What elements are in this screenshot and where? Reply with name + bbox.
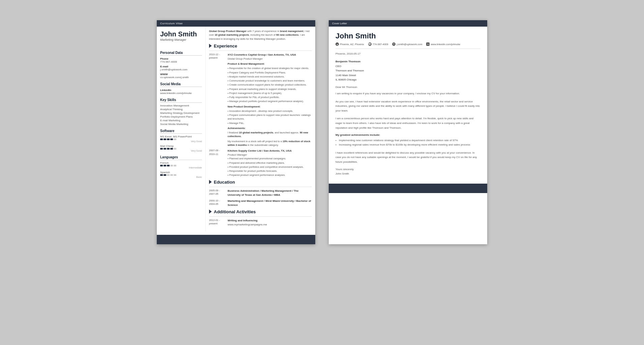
skill-item: Analytical Thinking — [160, 108, 202, 111]
act1-date: 2012-01 -present — [209, 219, 228, 227]
list-item: Provided product portfolios and competit… — [228, 165, 312, 169]
cv-document: Curriculum Vitae John Smith Marketing Ma… — [157, 20, 315, 244]
education-arrow-icon — [209, 180, 212, 184]
skills-list: Innovation ManagementAnalytical Thinking… — [160, 104, 202, 126]
recipient-name: Benjamin Thomson — [335, 60, 360, 63]
language-item: SpanishBasic — [160, 171, 202, 178]
email-value: j.smith@uptowork.com — [160, 68, 202, 71]
lang-dot-empty — [167, 174, 170, 176]
lang-dot-empty — [174, 174, 176, 176]
exp1-role: Global Group Product Manager — [228, 57, 312, 61]
cover-body: John Smith ● Phoenix, AZ, Phoenix ☎ 774-… — [329, 27, 487, 180]
act1-url: www.mymarketingcampaigns.me — [228, 223, 312, 227]
software-title: Software — [160, 129, 202, 134]
rating-label: Very Good — [160, 140, 202, 143]
exp1-company: XYZ Cosmetics Capital Group / San Antoni… — [228, 53, 312, 57]
lang-dot-filled — [160, 174, 163, 176]
contact-location-text: Phoenix, AZ, Phoenix — [340, 43, 364, 46]
edu2-degree: Marketing and Management / West Miami Un… — [228, 199, 312, 207]
phone-label: Phone — [160, 57, 202, 60]
list-item: Manage P&L. — [228, 121, 312, 125]
education-divider — [209, 187, 312, 187]
social-media-title: Social Media — [160, 82, 202, 87]
lang-dot-filled — [164, 165, 166, 166]
skill-item: Marketing Strategy Development — [160, 112, 202, 115]
exp2-content: Kitchen Supply Center Ltd / San Antonio,… — [228, 149, 312, 178]
software-name: MS Excel, MS PowerPoint — [160, 135, 202, 138]
experience-entry-1: 2010-12 -present XYZ Cosmetics Capital G… — [209, 53, 312, 147]
exp2-date: 2007-09 -2010-11 — [209, 149, 228, 178]
rating-dot-filled — [164, 148, 166, 150]
exp2-role: Product Manager — [228, 153, 312, 157]
contact-linkedin: in www.linkedin.com/johnutw — [426, 42, 460, 46]
lang-dot-filled — [167, 165, 170, 166]
rating-dot-filled — [167, 138, 170, 140]
languages-list: FrenchIntermediateSpanishBasic — [160, 161, 202, 178]
cover-paragraph-2: As you can see, I have had extensive vac… — [335, 99, 480, 113]
email-label: E-mail — [160, 65, 202, 68]
cover-contact-bar: ● Phoenix, AZ, Phoenix ☎ 774-987-4009 ✉ … — [335, 42, 480, 49]
recipient-address: 1140 Main Street — [335, 74, 356, 77]
skill-item: Innovation Management — [160, 104, 202, 107]
key-skills-title: Key Skills — [160, 98, 202, 103]
list-item: Planned and implemented promotional camp… — [228, 157, 312, 160]
experience-title: Experience — [214, 43, 237, 49]
education-entry-1: 2005-09 -2007-05 Business Administration… — [209, 189, 312, 197]
linkedin-label: LinkedIn — [160, 89, 202, 92]
lang-dot-empty — [174, 165, 176, 166]
list-item: Responsible for product portfolio foreca… — [228, 169, 312, 173]
cover-header-label: Cover Letter — [332, 22, 347, 25]
education-section-header: Education — [209, 180, 312, 185]
linkedin-icon: in — [426, 42, 430, 46]
rating-dot-empty — [174, 148, 176, 150]
rating-dot-filled — [160, 148, 163, 150]
activities-title: Additional Activities — [214, 209, 256, 214]
cv-intro-bold: Global Group Product Manager — [209, 30, 246, 33]
education-title: Education — [214, 180, 235, 185]
cover-achievements-list: Implementing new customer relations stra… — [335, 138, 480, 147]
contact-phone: ☎ 774-987-4009 — [368, 42, 388, 46]
cv-main-content: Global Group Product Manager with 7 year… — [206, 27, 315, 231]
cv-footer — [157, 235, 315, 244]
recipient-title: CEO — [335, 65, 341, 68]
skill-item: E-mail Marketing — [160, 119, 202, 122]
list-item: Communicate product knowledge to custome… — [228, 79, 312, 83]
exp1-achievement1: I finalized 10 global marketing projects… — [228, 131, 312, 138]
cv-intro: Global Group Product Manager with 7 year… — [209, 29, 312, 41]
cv-name-section: John Smith Marketing Manager — [160, 30, 202, 48]
contact-location: ● Phoenix, AZ, Phoenix — [335, 42, 364, 46]
activities-arrow-icon — [209, 210, 212, 214]
cv-job-title: Marketing Manager — [160, 38, 202, 41]
contact-linkedin-text: www.linkedin.com/johnutw — [431, 43, 460, 46]
list-item: Prepared and delivered effective marketi… — [228, 161, 312, 165]
cover-salutation: Dear Mr Thomson — [335, 86, 480, 89]
exp1-subsection2: New Product Development: — [228, 105, 312, 108]
rating-label: Very Good — [160, 150, 202, 152]
exp1-achievement2: My involvement in a stock sell-off proje… — [228, 139, 312, 147]
cv-header-bar: Curriculum Vitae — [157, 20, 315, 27]
cover-recipient: Benjamin Thomson CEO Thomson and Thomson… — [335, 59, 480, 82]
rating-dot-filled — [160, 138, 163, 140]
edu2-content: Marketing and Management / West Miami Un… — [228, 199, 312, 207]
list-item: Manage product portfolio (product segmen… — [228, 99, 312, 103]
phone-value: 774-987-4009 — [160, 60, 202, 63]
list-item: Responsible for the creation of global b… — [228, 66, 312, 70]
lang-level-label: Intermediate — [160, 166, 202, 169]
cover-final-paragraph: I have excellent references and would be… — [335, 151, 480, 164]
software-item: Mail ChimpVery Good — [160, 145, 202, 152]
cv-body: John Smith Marketing Manager Personal Da… — [157, 27, 315, 231]
lang-dot-filled — [160, 165, 163, 166]
rating-dot-filled — [170, 148, 173, 150]
list-item: Prepare Category and Portfolio Deploymen… — [228, 71, 312, 74]
exp1-bullets1: Responsible for the creation of global b… — [228, 66, 312, 103]
exp1-achievements-title: Achievements: — [228, 126, 312, 130]
cv-header-label: Curriculum Vitae — [160, 22, 183, 25]
linkedin-value: www.linkedin.com/johnutw — [160, 92, 202, 95]
www-label: WWW — [160, 73, 202, 76]
cv-sidebar: John Smith Marketing Manager Personal Da… — [157, 27, 206, 231]
cover-paragraph-1: I am writing to enquire if you have any … — [335, 91, 480, 96]
exp1-subsection1: Product & Brand Management: — [228, 62, 312, 66]
education-entry-2: 2000-10 -2004-05 Marketing and Managemen… — [209, 199, 312, 207]
exp1-content: XYZ Cosmetics Capital Group / San Antoni… — [228, 53, 312, 147]
edu1-date: 2005-09 -2007-05 — [209, 189, 228, 197]
